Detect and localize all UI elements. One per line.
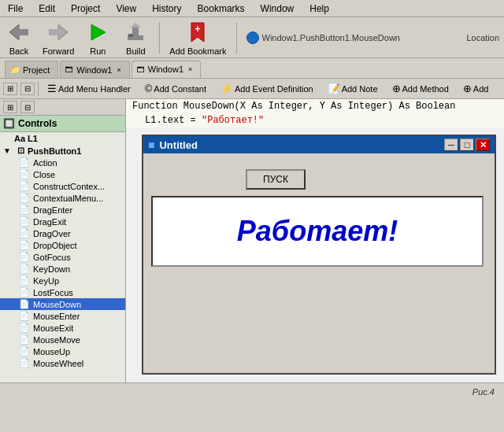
list-item-mouseup[interactable]: 📄 MouseUp — [0, 345, 125, 357]
editor-area: Function MouseDown(X As Integer, Y As In… — [126, 99, 504, 382]
list-item-dropobject[interactable]: 📄 DropObject — [0, 239, 125, 251]
lp-grid-btn2[interactable]: ⊟ — [20, 101, 35, 113]
build-button[interactable]: Build — [121, 20, 150, 56]
back-icon — [6, 20, 32, 45]
preview-title-icon: ■ — [148, 138, 154, 151]
add-note-button[interactable]: 📝 Add Note — [322, 80, 384, 97]
list-item-mouseenter[interactable]: 📄 MouseEnter — [0, 310, 125, 322]
svg-rect-3 — [49, 29, 60, 35]
menu-view[interactable]: View — [111, 2, 141, 16]
preview-close-btn[interactable]: ✕ — [476, 138, 490, 151]
doc-icon-de: 📄 — [19, 205, 30, 215]
list-item-close[interactable]: 📄 Close — [0, 168, 125, 180]
list-item-keydown[interactable]: 📄 KeyDown — [0, 263, 125, 275]
tab-close-icon2[interactable]: × — [188, 65, 192, 73]
list-item-keyup[interactable]: 📄 KeyUp — [0, 275, 125, 286]
doc-icon-lf: 📄 — [19, 287, 30, 297]
status-caption: Рис.4 — [472, 387, 495, 397]
pushbutton-icon: ⊡ — [17, 146, 24, 156]
controls-label-text: Controls — [18, 118, 57, 129]
add-method-button[interactable]: ⊕ Add Method — [387, 80, 454, 97]
tb2-grid-btn1[interactable]: ⊞ — [3, 83, 17, 95]
list-item-mouseexit[interactable]: 📄 MouseExit — [0, 322, 125, 334]
forward-button[interactable]: Forward — [43, 20, 74, 56]
toolbar-sep1 — [159, 22, 160, 54]
location-text: Window1.PushButton1.MouseDown — [262, 33, 400, 42]
location-globe-icon — [246, 31, 259, 44]
list-item-gotfocus[interactable]: 📄 GotFocus — [0, 251, 125, 263]
location-label: Location — [466, 33, 499, 42]
preview-minimize-btn[interactable]: ─ — [444, 138, 458, 151]
svg-rect-1 — [17, 29, 28, 35]
add-button[interactable]: ⊕ Add — [458, 80, 495, 97]
menu-file[interactable]: File — [3, 2, 28, 16]
menu-edit[interactable]: Edit — [34, 2, 60, 16]
list-item-lostfocus[interactable]: 📄 LostFocus — [0, 286, 125, 298]
svg-marker-4 — [91, 24, 106, 40]
tab-close-icon1[interactable]: × — [117, 66, 121, 74]
doc-icon-close: 📄 — [19, 169, 30, 179]
tree-expand-icon: ▼ — [3, 146, 14, 155]
doc-icon-dobj: 📄 — [19, 240, 30, 250]
menu-bookmarks[interactable]: Bookmarks — [193, 2, 250, 16]
doc-icon-me: 📄 — [19, 311, 30, 321]
doc-icon-mw: 📄 — [19, 358, 30, 368]
list-item-action[interactable]: 📄 Action — [0, 157, 125, 168]
controls-section: 🔲 Controls — [0, 116, 125, 132]
constant-icon: © — [145, 83, 153, 94]
menu-history[interactable]: History — [147, 2, 186, 16]
window1-tab-icon2: 🗔 — [137, 65, 145, 74]
doc-icon-mm: 📄 — [19, 334, 30, 345]
preview-title-text: Untitled — [159, 139, 197, 151]
menu-window[interactable]: Window — [256, 2, 299, 16]
list-item-constructcontext[interactable]: 📄 ConstructContex... — [0, 180, 125, 192]
list-item-mousewheel[interactable]: 📄 MouseWheel — [0, 357, 125, 369]
doc-icon-action: 📄 — [19, 157, 30, 168]
preview-label-text: Работает! — [237, 215, 398, 248]
preview-maximize-btn[interactable]: □ — [460, 138, 474, 151]
svg-text:+: + — [195, 24, 201, 35]
window1-tab-icon1: 🗔 — [65, 65, 73, 74]
lp-grid-btn1[interactable]: ⊞ — [3, 101, 17, 113]
event-icon: ⚡ — [220, 83, 233, 94]
add-bookmark-button[interactable]: + Add Bookmark — [169, 20, 226, 56]
doc-icon-ku: 📄 — [19, 275, 30, 286]
run-icon — [85, 20, 110, 45]
add-icon: ⊕ — [463, 83, 472, 94]
doc-icon-do: 📄 — [19, 228, 30, 238]
add-constant-button[interactable]: © Add Constant — [139, 80, 212, 97]
menu-project[interactable]: Project — [66, 2, 105, 16]
add-event-button[interactable]: ⚡ Add Event Definition — [215, 80, 319, 97]
list-item-contextualmenu[interactable]: 📄 ContextualMenu... — [0, 192, 125, 204]
list-item-mousedown[interactable]: 📄 MouseDown — [0, 298, 125, 310]
doc-icon-cm: 📄 — [19, 193, 30, 203]
list-item-dragenter[interactable]: 📄 DragEnter — [0, 204, 125, 216]
tab-window1-first[interactable]: 🗔 Window1 × — [60, 61, 130, 78]
code-line2: L1.text = "Работает!" — [126, 113, 504, 127]
add-bookmark-icon: + — [185, 20, 210, 45]
menu-help[interactable]: Help — [305, 2, 334, 16]
svg-rect-6 — [132, 28, 139, 37]
code-line1: Function MouseDown(X As Integer, Y As In… — [126, 99, 504, 113]
svg-rect-8 — [128, 34, 133, 37]
preview-push-button[interactable]: ПУСК — [246, 169, 306, 190]
tab-project[interactable]: 📁 Project — [5, 61, 58, 78]
list-item-mousemove[interactable]: 📄 MouseMove — [0, 334, 125, 345]
list-item-dragexit[interactable]: 📄 DragExit — [0, 216, 125, 227]
back-button[interactable]: Back — [5, 20, 33, 56]
svg-marker-7 — [130, 23, 141, 28]
tb2-grid-btn2[interactable]: ⊟ — [20, 83, 35, 95]
status-bar: Рис.4 — [0, 382, 504, 400]
list-item-dragover[interactable]: 📄 DragOver — [0, 227, 125, 239]
tab-window1-active[interactable]: 🗔 Window1 × — [132, 61, 202, 78]
left-panel-toolbar: ⊞ ⊟ — [0, 99, 125, 116]
tree-item-pushbutton[interactable]: ▼ ⊡ PushButton1 — [0, 145, 125, 157]
doc-icon-gf: 📄 — [19, 252, 30, 262]
add-menu-handler-button[interactable]: ☰ Add Menu Handler — [42, 80, 136, 97]
menu-bar: File Edit Project View History Bookmarks… — [0, 0, 504, 17]
build-icon — [123, 20, 148, 45]
run-button[interactable]: Run — [83, 20, 112, 56]
toolbar-sep2 — [236, 22, 237, 54]
tb2-sep — [38, 82, 39, 96]
preview-body: ПУСК Работает! — [143, 153, 495, 373]
